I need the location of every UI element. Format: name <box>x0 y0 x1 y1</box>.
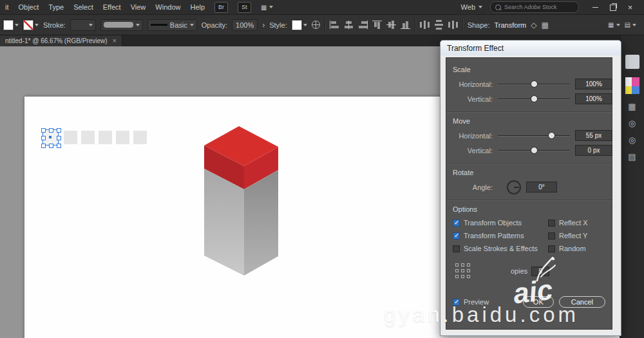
distribute-vertical-icon[interactable] <box>435 20 443 30</box>
align-center-horizontal-icon[interactable] <box>344 21 354 29</box>
panel-menu-button[interactable]: ▤ <box>625 21 636 28</box>
slider-thumb[interactable] <box>531 80 538 88</box>
random-label: Random <box>559 245 586 252</box>
scale-vertical-row: Vertical: 100% <box>453 91 605 106</box>
angle-value[interactable]: 0° <box>526 182 557 192</box>
selection-handle[interactable] <box>57 136 61 140</box>
menu-window[interactable]: Window <box>155 3 180 11</box>
copies-group: opies 5 <box>511 267 549 276</box>
menu-bar: it Object Type Select Effect View Window… <box>0 0 644 14</box>
distribute-horizontal-icon[interactable] <box>420 21 430 29</box>
minimize-button[interactable] <box>587 0 604 14</box>
selection-handle[interactable] <box>41 136 46 140</box>
brush-dropdown[interactable]: Basic <box>147 19 197 31</box>
checkbox-scale-strokes[interactable] <box>453 245 460 252</box>
align-right-icon[interactable] <box>358 21 368 29</box>
libraries-panel-icon[interactable] <box>625 55 639 69</box>
ok-button[interactable]: OK <box>523 296 554 308</box>
checkbox-preview[interactable] <box>453 299 460 306</box>
opacity-field[interactable]: 100% <box>232 19 258 31</box>
style-swatch <box>292 20 302 30</box>
slider-thumb[interactable] <box>548 132 555 139</box>
restore-icon <box>610 5 616 11</box>
checkbox-reflect-x[interactable] <box>548 220 555 227</box>
checkbox-random[interactable] <box>548 245 555 252</box>
checkbox-transform-objects[interactable] <box>453 220 460 227</box>
stroke-weight-dropdown[interactable] <box>70 19 96 31</box>
angle-dial[interactable] <box>507 180 521 194</box>
fill-swatch <box>3 20 14 30</box>
menu-view[interactable]: View <box>131 3 146 11</box>
move-vertical-slider[interactable] <box>498 146 570 155</box>
align-middle-vertical-icon[interactable] <box>386 21 396 29</box>
stock-button[interactable]: St <box>238 2 251 13</box>
slider-thumb[interactable] <box>531 147 538 154</box>
restore-button[interactable] <box>604 0 621 14</box>
scale-horizontal-value[interactable]: 100% <box>575 79 612 89</box>
panel-dock: ▦ ◎ ◎ ▤ <box>620 35 644 338</box>
fill-color-dropdown[interactable] <box>3 20 19 30</box>
selected-square-object[interactable] <box>43 129 59 146</box>
copies-value[interactable]: 5 <box>531 267 549 276</box>
move-horizontal-value[interactable]: 55 px <box>575 130 612 141</box>
cancel-button[interactable]: Cancel <box>559 296 605 308</box>
align-top-icon[interactable] <box>372 21 382 29</box>
swatches-panel-icon[interactable]: ▦ <box>628 102 636 111</box>
color-chip-magenta <box>632 77 639 86</box>
brush-stroke-preview <box>151 24 167 26</box>
distribute-spacing-icon[interactable] <box>448 21 458 29</box>
arrange-documents-button[interactable]: ▦ <box>261 4 272 11</box>
opacity-value: 100% <box>236 21 254 29</box>
brush-name: Basic <box>170 21 187 29</box>
selection-handle[interactable] <box>41 128 46 133</box>
selection-handle[interactable] <box>49 128 53 133</box>
layers-panel-icon[interactable]: ▤ <box>628 153 636 161</box>
stroke-color-dropdown[interactable] <box>23 20 39 30</box>
bridge-button[interactable]: Br <box>214 2 228 13</box>
document-setup-icon[interactable] <box>312 21 320 29</box>
transform-panel-icon[interactable]: ▦ <box>541 21 548 29</box>
move-vertical-value[interactable]: 0 px <box>575 145 612 156</box>
isometric-box-artwork[interactable] <box>193 117 290 285</box>
illustrator-window: it Object Type Select Effect View Window… <box>0 0 644 338</box>
search-input[interactable] <box>504 4 565 10</box>
scale-vertical-value[interactable]: 100% <box>575 93 612 104</box>
tab-close-icon[interactable]: × <box>113 37 117 44</box>
dialog-titlebar[interactable]: Transform Effect <box>440 41 621 55</box>
grid-icon: ▦ <box>608 21 614 28</box>
close-button[interactable]: × <box>621 0 639 14</box>
selection-handle[interactable] <box>49 144 53 148</box>
checkbox-reflect-y[interactable] <box>548 232 555 239</box>
dialog-title: Transform Effect <box>447 44 504 53</box>
menu-effect[interactable]: Effect <box>103 3 121 11</box>
menu-edit[interactable]: it <box>5 3 9 11</box>
align-left-icon[interactable] <box>330 21 339 29</box>
menu-select[interactable]: Select <box>73 3 93 11</box>
selection-handle[interactable] <box>57 144 61 148</box>
free-transform-icon[interactable]: ◇ <box>531 21 536 29</box>
width-profile-dropdown[interactable] <box>100 19 143 31</box>
scale-vertical-slider[interactable] <box>498 95 570 103</box>
opacity-expand-icon[interactable]: › <box>262 21 265 29</box>
move-horizontal-slider[interactable] <box>498 131 570 140</box>
symbols-panel-icon[interactable]: ◎ <box>629 136 636 144</box>
menu-type[interactable]: Type <box>48 3 64 11</box>
preferences-button[interactable]: ▦ <box>608 21 620 28</box>
checkbox-transform-patterns[interactable] <box>453 232 460 239</box>
stroke-none-swatch <box>23 20 33 30</box>
selection-handle[interactable] <box>57 128 61 133</box>
brushes-panel-icon[interactable]: ◎ <box>629 119 636 127</box>
scale-horizontal-slider[interactable] <box>498 80 570 88</box>
document-tab[interactable]: ntitled-1* @ 66.67% (RGB/Preview) × <box>0 35 122 46</box>
align-bottom-icon[interactable] <box>401 21 410 29</box>
slider-thumb[interactable] <box>531 95 538 102</box>
color-panel-icon[interactable] <box>625 77 639 94</box>
selection-handle[interactable] <box>41 144 46 148</box>
menu-object[interactable]: Object <box>19 3 39 11</box>
workspace-switcher[interactable]: Web <box>461 3 482 11</box>
menu-help[interactable]: Help <box>190 3 205 11</box>
graphic-style-dropdown[interactable] <box>292 20 307 30</box>
reference-point-locator[interactable] <box>455 263 471 279</box>
shape-value[interactable]: Transform <box>495 21 527 29</box>
reflect-x-label: Reflect X <box>559 219 588 227</box>
